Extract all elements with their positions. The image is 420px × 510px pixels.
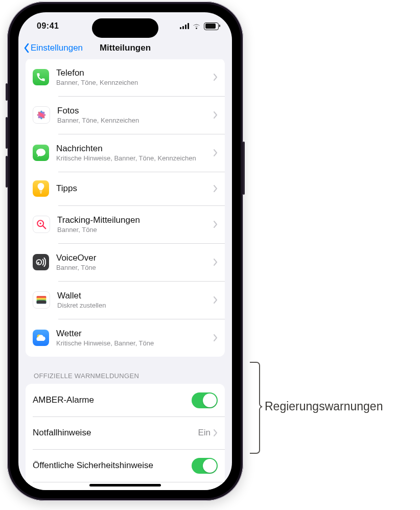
back-label: Einstellungen bbox=[31, 43, 83, 53]
app-title: Tipps bbox=[56, 183, 214, 194]
alerts-group: AMBER-Alarme Notfallhinweise Ein Öffen bbox=[26, 384, 225, 490]
app-title: Tracking-Mitteilungen bbox=[57, 215, 214, 225]
phone-frame: 09:41 Einstellungen Mitteilungen bbox=[7, 2, 243, 501]
chevron-right-icon bbox=[214, 296, 218, 304]
svg-point-12 bbox=[37, 262, 39, 264]
mute-switch[interactable] bbox=[6, 83, 8, 101]
chevron-right-icon bbox=[214, 149, 218, 156]
nav-bar: Einstellungen Mitteilungen bbox=[18, 37, 232, 60]
annotation: Regierungswarnungen bbox=[249, 0, 418, 510]
app-title: Telefon bbox=[56, 68, 214, 78]
battery-icon bbox=[204, 22, 219, 30]
app-sub: Banner, Töne bbox=[56, 264, 214, 271]
bracket-icon bbox=[249, 362, 263, 454]
weather-app-icon bbox=[33, 330, 49, 346]
app-sub: Banner, Töne bbox=[57, 226, 214, 234]
wallet-app-icon bbox=[33, 291, 50, 309]
messages-app-icon bbox=[33, 145, 49, 161]
annotation-label: Regierungswarnungen bbox=[265, 400, 383, 413]
alert-row-notfall[interactable]: Notfallhinweise Ein bbox=[26, 416, 225, 449]
app-title: Wetter bbox=[56, 329, 214, 339]
app-row-voiceover[interactable]: VoiceOver Banner, Töne bbox=[26, 243, 225, 281]
alert-row-public-safety: Öffentliche Sicherheitshinweise bbox=[26, 449, 225, 482]
app-sub: Diskret zustellen bbox=[57, 302, 214, 309]
chevron-right-icon bbox=[214, 74, 218, 81]
svg-line-9 bbox=[43, 226, 46, 229]
svg-point-11 bbox=[36, 260, 41, 265]
cellular-icon bbox=[180, 23, 189, 29]
chevron-right-icon bbox=[214, 221, 218, 228]
chevron-right-icon bbox=[214, 185, 218, 192]
alerts-section-header: OFFIZIELLE WARNMELDUNGEN bbox=[34, 372, 217, 380]
alert-title: AMBER-Alarme bbox=[33, 395, 192, 405]
svg-point-10 bbox=[40, 223, 41, 224]
app-sub: Kritische Hinweise, Banner, Töne bbox=[56, 339, 214, 347]
voiceover-app-icon bbox=[33, 254, 49, 270]
app-title: Nachrichten bbox=[56, 144, 214, 154]
page-title: Mitteilungen bbox=[100, 37, 151, 59]
app-row-fotos[interactable]: Fotos Banner, Töne, Kennzeichen bbox=[26, 96, 225, 134]
volume-up-button[interactable] bbox=[6, 117, 8, 149]
dynamic-island bbox=[92, 18, 158, 38]
tips-app-icon bbox=[33, 180, 49, 197]
back-button[interactable]: Einstellungen bbox=[24, 37, 83, 59]
app-row-wetter[interactable]: Wetter Kritische Hinweise, Banner, Töne bbox=[26, 319, 225, 357]
app-row-nachrichten[interactable]: Nachrichten Kritische Hinweise, Banner, … bbox=[26, 134, 225, 172]
chevron-right-icon bbox=[214, 259, 218, 266]
content-area: Telefon Banner, Töne, Kennzeichen bbox=[18, 59, 232, 490]
app-row-tracking[interactable]: Tracking-Mitteilungen Banner, Töne bbox=[26, 205, 225, 243]
alert-row-amber: AMBER-Alarme bbox=[26, 384, 225, 416]
side-button[interactable] bbox=[243, 142, 245, 195]
chevron-right-icon bbox=[214, 334, 218, 341]
chevron-right-icon bbox=[214, 429, 218, 436]
alert-value: Ein bbox=[198, 428, 211, 438]
photos-app-icon bbox=[33, 106, 50, 124]
alert-title: Öffentliche Sicherheitshinweise bbox=[33, 460, 192, 471]
status-time: 09:41 bbox=[37, 21, 59, 31]
home-indicator[interactable] bbox=[89, 484, 161, 486]
toggle-public-safety[interactable] bbox=[192, 458, 218, 474]
app-row-tipps[interactable]: Tipps bbox=[26, 172, 225, 205]
volume-down-button[interactable] bbox=[6, 156, 8, 188]
app-notifications-group: Telefon Banner, Töne, Kennzeichen bbox=[26, 59, 225, 357]
alert-title: Notfallhinweise bbox=[33, 428, 198, 438]
app-row-telefon[interactable]: Telefon Banner, Töne, Kennzeichen bbox=[26, 59, 225, 96]
app-row-wallet[interactable]: Wallet Diskret zustellen bbox=[26, 281, 225, 319]
wifi-icon bbox=[192, 23, 201, 30]
screen: 09:41 Einstellungen Mitteilungen bbox=[18, 12, 232, 490]
tracking-app-icon bbox=[33, 216, 50, 233]
app-title: Wallet bbox=[57, 291, 214, 301]
app-title: VoiceOver bbox=[56, 253, 214, 263]
chevron-right-icon bbox=[214, 111, 218, 119]
app-sub: Banner, Töne, Kennzeichen bbox=[57, 117, 214, 124]
app-sub: Kritische Hinweise, Banner, Töne, Kennze… bbox=[56, 154, 214, 162]
phone-app-icon bbox=[33, 69, 49, 85]
toggle-amber[interactable] bbox=[192, 392, 218, 408]
app-title: Fotos bbox=[57, 106, 214, 116]
app-sub: Banner, Töne, Kennzeichen bbox=[56, 79, 214, 86]
